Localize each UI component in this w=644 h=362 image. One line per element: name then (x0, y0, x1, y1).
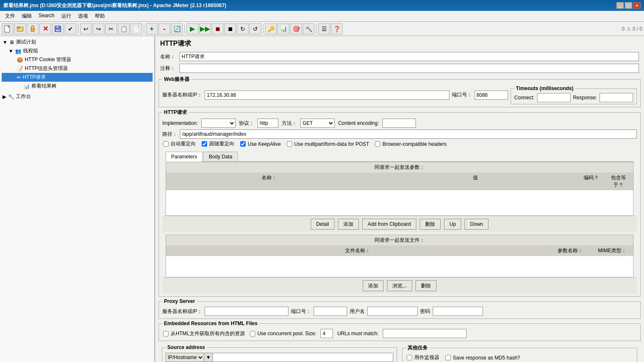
browser-compat-checkbox[interactable] (375, 141, 380, 147)
tree-item-thread-group[interactable]: ▼ 👥 线程组 (2, 47, 153, 55)
response-input[interactable] (600, 93, 633, 102)
files-area: 同请求一起发送文件： 文件名称： 参数名称： MIME类型： (166, 235, 634, 277)
content-encoding-input[interactable] (382, 119, 416, 128)
tb-list-button[interactable]: ☰ (318, 23, 330, 34)
tb-paste-button[interactable]: 📄 (130, 23, 142, 34)
source-address-input[interactable] (213, 353, 393, 362)
add-from-clipboard-button[interactable]: Add from Clipboard (362, 219, 416, 230)
name-input[interactable] (179, 52, 639, 61)
embedded-section: Embedded Resources from HTML Files 从HTML… (158, 321, 641, 341)
files-col-filename: 文件名称： (345, 248, 370, 253)
port-input[interactable] (475, 90, 508, 100)
error-count: 0 (622, 26, 625, 32)
tree-item-result-tree[interactable]: 📊 察看结果树 (2, 82, 153, 90)
server-input[interactable] (205, 90, 449, 100)
menu-search[interactable]: Search (35, 12, 58, 21)
tb-start-button[interactable]: ▶ (187, 23, 198, 34)
protocol-input[interactable] (257, 119, 278, 128)
tb-add-button[interactable]: + (146, 23, 158, 34)
tb-start-no-pause-button[interactable]: ▶▶ (199, 23, 211, 34)
tb-cut-button[interactable]: ✂ (105, 23, 117, 34)
result-tree-label: 察看结果树 (31, 83, 57, 90)
method-select[interactable]: GET POST PUT DELETE (301, 119, 334, 127)
connect-label: Connect: (514, 95, 535, 101)
source-type-select[interactable]: IP/Hostname (166, 353, 204, 362)
concurrent-pool-size-input[interactable] (320, 329, 333, 338)
http-request-label: HTTP请求 (23, 74, 46, 81)
add-param-button[interactable]: 添加 (338, 219, 359, 230)
connect-input[interactable] (537, 93, 571, 102)
tb-remote-start-button[interactable]: ↻ (237, 23, 249, 34)
maximize-button[interactable]: □ (625, 2, 632, 9)
tb-lock-button[interactable] (27, 23, 39, 34)
tree-item-workbench[interactable]: ▶ 🔧 工作台 (2, 92, 153, 101)
tb-shutdown-button[interactable]: ⏹ (224, 23, 236, 34)
http-header-icon: 📝 (17, 66, 23, 72)
tb-undo-button[interactable]: ↩ (80, 23, 92, 34)
name-row: 名称： (155, 51, 644, 62)
menu-help[interactable]: 帮助 (91, 12, 108, 21)
toolbar-status: 0 ⚠ 0 / 0 (622, 26, 642, 32)
multipart-checkbox[interactable] (287, 141, 292, 147)
close-button[interactable]: ✕ (633, 2, 641, 9)
response-label: Response: (573, 95, 597, 101)
comment-input[interactable] (179, 64, 639, 73)
minimize-button[interactable]: _ (616, 2, 624, 9)
tb-save-button[interactable] (52, 23, 64, 34)
detail-button[interactable]: Detail (311, 219, 335, 230)
auto-redirect-checkbox[interactable] (163, 141, 169, 147)
menu-edit[interactable]: 编辑 (18, 12, 35, 21)
monitor-checkbox[interactable] (407, 355, 412, 360)
keepalive-checkbox[interactable] (240, 141, 246, 147)
urls-must-match-input[interactable] (383, 329, 467, 338)
proxy-username-input[interactable] (367, 307, 418, 316)
tb-save-all-button[interactable]: ✔ (65, 23, 76, 34)
proxy-server-input[interactable] (205, 307, 288, 316)
tab-parameters[interactable]: Parameters (166, 152, 203, 162)
tb-test-script-button[interactable]: 🔨 (303, 23, 314, 34)
tab-body-data[interactable]: Body Data (203, 152, 238, 161)
delete-param-button[interactable]: 删除 (420, 219, 441, 230)
menu-file[interactable]: 文件 (2, 12, 18, 21)
toolbar-separator-1 (78, 24, 78, 34)
delete-file-button[interactable]: 删除 (415, 280, 436, 291)
follow-redirect-checkbox[interactable] (202, 141, 207, 147)
tb-redo-button[interactable]: ↪ (93, 23, 104, 34)
embedded-legend: Embedded Resources from HTML Files (162, 321, 259, 326)
tree-item-http-cookie[interactable]: 🍪 HTTP Cookie 管理器 (2, 55, 153, 64)
add-file-button[interactable]: 添加 (363, 280, 384, 291)
tb-open-button[interactable] (14, 23, 26, 34)
tree-item-http-request[interactable]: ✏ HTTP请求 (2, 73, 153, 82)
tb-functions-button[interactable]: 📊 (278, 23, 289, 34)
down-button[interactable]: Down (465, 219, 488, 230)
menu-run[interactable]: 运行 (58, 12, 75, 21)
up-button[interactable]: Up (444, 219, 461, 230)
follow-redirect-label: 跟随重定向 (201, 140, 234, 147)
tb-log-button[interactable]: 🎯 (290, 23, 302, 34)
test-plan-label: 测试计划 (16, 39, 36, 46)
proxy-password-input[interactable] (433, 307, 483, 316)
retrieve-all-checkbox[interactable] (163, 331, 169, 336)
tb-remove-button[interactable]: - (158, 23, 170, 34)
tree-item-test-plan[interactable]: ▼ 🖥 测试计划 (2, 38, 153, 47)
tb-remote-stop-button[interactable]: ↺ (249, 23, 261, 34)
tb-clear-button[interactable]: 🔄 (171, 23, 183, 34)
proxy-section: Proxy Server 服务器名称或IP： 端口号： 用户名 密码 (158, 298, 641, 319)
tb-key-button[interactable]: 🔑 (265, 23, 277, 34)
tb-new-button[interactable] (2, 23, 13, 34)
save-md5-checkbox[interactable] (445, 355, 451, 360)
path-input[interactable] (180, 129, 637, 139)
files-header-label: 同请求一起发送文件： (374, 237, 425, 243)
tree-item-http-header[interactable]: 📝 HTTP信息头管理器 (2, 64, 153, 73)
concurrent-pool-checkbox[interactable] (250, 331, 255, 336)
tb-stop-button[interactable]: ⏹ (212, 23, 223, 34)
implementation-select[interactable] (202, 119, 235, 127)
proxy-port-input[interactable] (314, 307, 347, 316)
tb-copy-button[interactable]: 📋 (118, 23, 130, 34)
tb-help-button[interactable]: ❓ (331, 23, 343, 34)
params-col-name: 名称： (262, 175, 277, 181)
tb-close-button[interactable]: ✕ (39, 23, 51, 34)
proxy-port-label: 端口号： (291, 308, 311, 315)
browse-button[interactable]: 浏览... (387, 280, 412, 291)
menu-options[interactable]: 选项 (75, 12, 91, 21)
